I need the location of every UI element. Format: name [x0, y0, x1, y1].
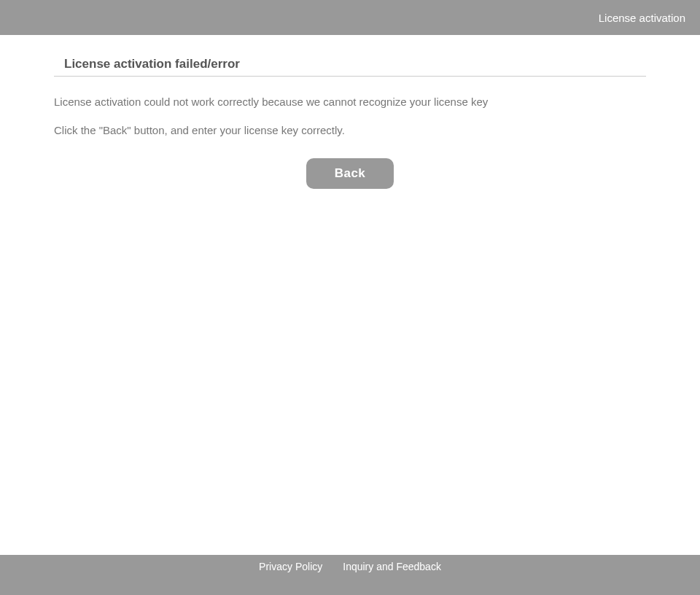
inquiry-feedback-link[interactable]: Inquiry and Feedback: [343, 561, 441, 572]
error-message-line1: License activation could not work correc…: [54, 96, 646, 108]
back-button[interactable]: Back: [306, 158, 394, 189]
button-row: Back: [54, 158, 646, 189]
header-title: License activation: [599, 12, 685, 24]
page-title: License activation failed/error: [54, 52, 646, 77]
content-area: License activation failed/error License …: [0, 35, 700, 555]
error-message-line2: Click the "Back" button, and enter your …: [54, 124, 646, 136]
privacy-policy-link[interactable]: Privacy Policy: [259, 561, 322, 572]
header-bar: License activation: [0, 0, 700, 35]
footer-bar: Privacy Policy Inquiry and Feedback: [0, 555, 700, 595]
